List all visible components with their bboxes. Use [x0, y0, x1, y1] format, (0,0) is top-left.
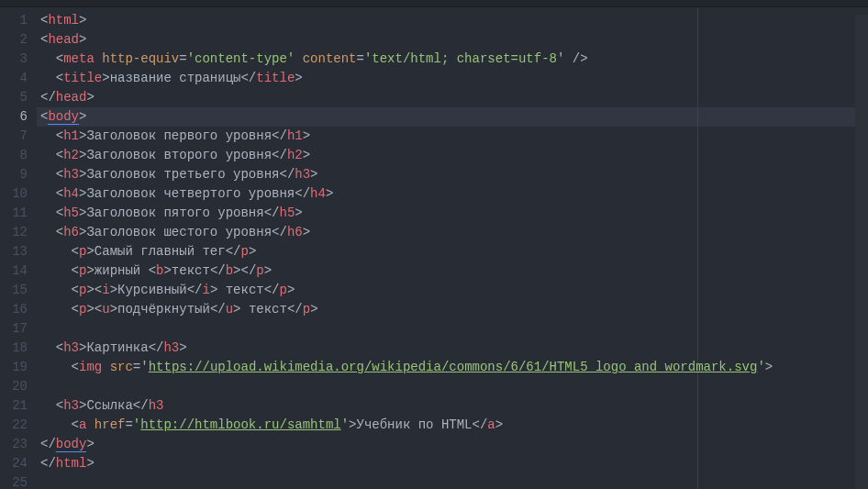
token-p: </ — [240, 71, 256, 85]
token-t: body — [56, 437, 87, 452]
line-number[interactable]: 2 — [0, 30, 28, 50]
line-number[interactable]: 15 — [0, 281, 28, 300]
token-t: h2 — [287, 148, 303, 162]
token-eq: = — [125, 417, 132, 432]
line-number[interactable]: 23 — [0, 435, 28, 454]
line-number[interactable]: 10 — [0, 184, 28, 204]
token-tx: текст — [241, 302, 287, 317]
token-tx — [86, 417, 94, 432]
code-line[interactable]: <h4>Заголовок четвертого уровня</h4> — [37, 184, 868, 204]
token-p: > — [310, 167, 317, 182]
token-p: < — [149, 263, 156, 278]
code-line[interactable]: <html> — [37, 11, 868, 30]
code-line[interactable]: <a href='http://htmlbook.ru/samhtml'>Уче… — [37, 416, 868, 435]
code-line[interactable]: <img src='https://upload.wikimedia.org/w… — [37, 358, 868, 377]
token-p: < — [72, 263, 79, 278]
line-number[interactable]: 1 — [0, 11, 28, 30]
token-tx: Заголовок второго уровня — [86, 148, 272, 162]
token-eq: = — [357, 51, 364, 66]
line-number[interactable]: 25 — [0, 473, 28, 489]
line-number[interactable]: 3 — [0, 50, 28, 69]
token-p: > — [79, 32, 86, 47]
code-line[interactable]: <p>Самый главный тег</p> — [37, 242, 868, 261]
code-line[interactable]: </html> — [37, 454, 868, 473]
line-number[interactable]: 18 — [0, 339, 28, 358]
token-tx — [295, 51, 302, 66]
code-line[interactable]: <p><i>Курсивный</i> текст</p> — [37, 281, 868, 300]
token-p: < — [72, 417, 79, 432]
token-t: p — [303, 302, 310, 317]
code-line[interactable]: <h1>Заголовок первого уровня</h1> — [37, 127, 868, 146]
token-t: img — [79, 360, 102, 374]
code-line[interactable]: <body> — [37, 107, 868, 127]
token-p: /> — [573, 51, 588, 66]
token-tx: Картинка — [86, 340, 148, 355]
line-number[interactable]: 8 — [0, 146, 28, 165]
code-line[interactable]: </body> — [37, 435, 868, 454]
token-t: b — [226, 263, 233, 278]
line-number[interactable]: 12 — [0, 223, 28, 242]
line-number[interactable]: 9 — [0, 165, 28, 184]
code-line[interactable]: <head> — [37, 30, 868, 50]
token-p: > — [79, 109, 86, 124]
code-line[interactable]: <p><u>подчёркнутый</u> текст</p> — [37, 300, 868, 319]
line-number[interactable]: 11 — [0, 204, 28, 223]
token-t: p — [280, 283, 287, 297]
token-tx — [95, 51, 102, 66]
code-line[interactable]: <p>жирный <b>текст</b></p> — [37, 261, 868, 281]
token-t: html — [56, 456, 87, 471]
token-p: < — [72, 283, 79, 297]
line-number[interactable]: 13 — [0, 242, 28, 261]
line-number[interactable]: 17 — [0, 319, 28, 339]
code-line[interactable]: <h6>Заголовок шестого уровня</h6> — [37, 223, 868, 242]
token-tx: Заголовок шестого уровня — [86, 225, 272, 239]
code-line[interactable]: <h3>Картинка</h3> — [37, 339, 868, 358]
code-line[interactable]: <h3>Ссылка</h3 — [37, 396, 868, 416]
line-number[interactable]: 16 — [0, 300, 28, 319]
token-p: </ — [287, 302, 303, 317]
code-line[interactable]: </head> — [37, 88, 868, 107]
token-tx: Самый главный тег — [95, 244, 226, 259]
line-number[interactable]: 22 — [0, 416, 28, 435]
code-line[interactable] — [37, 473, 868, 489]
line-number[interactable]: 20 — [0, 377, 28, 396]
token-tx — [564, 51, 572, 66]
token-p: < — [95, 302, 102, 317]
token-t: u — [226, 302, 233, 317]
code-line[interactable]: <meta http-equiv='content-type' content=… — [37, 50, 868, 69]
token-s: http://htmlbook.ru/samhtml — [140, 417, 340, 432]
token-t: h5 — [63, 206, 79, 220]
code-line[interactable]: <h3>Заголовок третьего уровня</h3> — [37, 165, 868, 184]
token-p: < — [56, 128, 63, 143]
code-editor[interactable]: 1234567891011121314151617181920212223242… — [0, 7, 868, 489]
line-number[interactable]: 6 — [0, 107, 28, 127]
token-p: > — [86, 302, 94, 317]
line-number[interactable]: 4 — [0, 69, 28, 88]
code-line[interactable]: <h2>Заголовок второго уровня</h2> — [37, 146, 868, 165]
token-t: h5 — [279, 206, 295, 220]
line-number[interactable]: 24 — [0, 454, 28, 473]
line-number[interactable]: 5 — [0, 88, 28, 107]
token-p: > — [86, 244, 94, 259]
token-p: </ — [210, 263, 226, 278]
code-line[interactable] — [37, 377, 868, 396]
token-tx: Ссылка — [86, 398, 132, 413]
token-p: < — [56, 186, 63, 201]
token-p: > — [303, 128, 310, 143]
line-number[interactable]: 21 — [0, 396, 28, 416]
code-area[interactable]: <html><head> <meta http-equiv='content-t… — [37, 7, 868, 489]
line-number-gutter[interactable]: 1234567891011121314151617181920212223242… — [0, 7, 37, 489]
code-line[interactable]: <h5>Заголовок пятого уровня</h5> — [37, 204, 868, 223]
token-p: > — [349, 417, 356, 432]
code-line[interactable]: <title>название страницы</title> — [37, 69, 868, 88]
minimap[interactable] — [855, 15, 868, 489]
token-t: h4 — [310, 186, 326, 201]
code-line[interactable] — [37, 319, 868, 339]
line-number[interactable]: 19 — [0, 358, 28, 377]
token-p: < — [56, 167, 63, 182]
token-p: > — [86, 263, 94, 278]
token-p: > — [79, 13, 86, 28]
token-p: </ — [473, 417, 488, 432]
line-number[interactable]: 7 — [0, 127, 28, 146]
line-number[interactable]: 14 — [0, 261, 28, 281]
